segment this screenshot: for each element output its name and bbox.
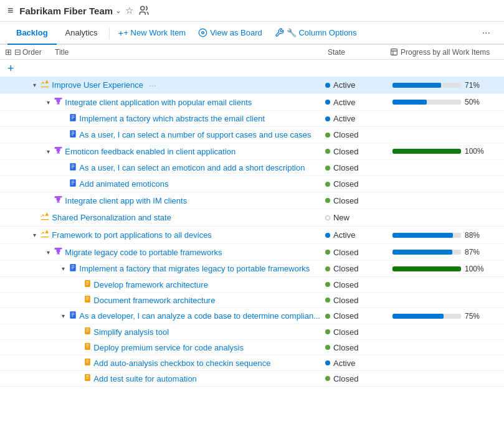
item-icon — [40, 229, 50, 241]
item-title-link[interactable]: Implement a factory which abstracts the … — [79, 114, 265, 123]
item-title-link[interactable]: Shared Personalization and state — [52, 213, 171, 222]
progress-bar-wrap — [392, 149, 461, 154]
expand-cell — [0, 176, 11, 192]
column-options-button[interactable]: 🔧 Column Options — [269, 23, 363, 42]
collapse-button[interactable]: ▾ — [59, 312, 67, 319]
table-row: ▾ Integrate client application with popu… — [0, 94, 504, 111]
item-title-link[interactable]: Integrate client application with popula… — [65, 98, 252, 107]
add-row-button[interactable]: + — [5, 62, 17, 75]
progress-cell-td — [390, 160, 504, 176]
state-label: Closed — [333, 264, 358, 273]
item-title-link[interactable]: Migrate legacy code to portable framewor… — [65, 248, 222, 257]
expand-cell — [0, 160, 11, 176]
state-label: Active — [333, 114, 355, 123]
collapse-button[interactable]: ▾ — [59, 265, 67, 272]
state-label: Closed — [333, 163, 358, 172]
team-chevron-icon[interactable]: ⌄ — [115, 6, 121, 15]
item-title-link[interactable]: Improve User Experience — [52, 80, 143, 90]
column-options-label: 🔧 Column Options — [287, 28, 357, 37]
wrench-icon — [275, 28, 284, 37]
state-cell: Closed — [323, 244, 390, 261]
state-cell: Closed — [323, 261, 390, 277]
tab-analytics[interactable]: Analytics — [57, 22, 107, 45]
collapse-button[interactable]: ▾ — [44, 99, 52, 106]
collapse-button[interactable]: ▾ — [44, 249, 52, 256]
plus-icon: + — [118, 27, 124, 38]
people-icon[interactable] — [138, 5, 150, 16]
item-title-link[interactable]: As a user, I can select a number of supp… — [79, 130, 311, 139]
table-row: Shared Personalization and state New — [0, 209, 504, 227]
progress-pct: 50% — [465, 98, 483, 106]
item-title-link[interactable]: Implement a factory that migrates legacy… — [79, 264, 310, 273]
minus-col-icon[interactable]: ⊟ — [14, 47, 21, 57]
menu-icon[interactable]: ≡ — [7, 5, 13, 16]
favorite-icon[interactable]: ☆ — [125, 5, 133, 16]
progress-cell: 75% — [392, 312, 502, 321]
row-more-button[interactable]: ··· — [149, 80, 156, 90]
expand-cell — [0, 127, 11, 143]
title-cell: As a user, I can select an emoticon and … — [23, 160, 323, 176]
collapse-button[interactable]: ▾ — [31, 82, 38, 88]
order-cell — [11, 277, 24, 293]
item-title-link[interactable]: Simplify analysis tool — [93, 327, 169, 337]
progress-pct: 100% — [465, 147, 484, 156]
order-cell — [11, 176, 24, 192]
title-cell: ▾ As a developer, I can analyze a code b… — [23, 308, 323, 324]
title-header: Title — [55, 48, 69, 57]
item-title-link[interactable]: Emoticon feedback enabled in client appl… — [65, 147, 235, 156]
expand-cell — [0, 244, 11, 261]
expand-cell — [0, 308, 11, 324]
progress-cell: 87% — [392, 248, 502, 256]
item-icon — [83, 358, 92, 368]
title-cell: ▾ Framework to port applications to all … — [23, 227, 323, 244]
item-title-link[interactable]: Add test suite for automation — [93, 374, 196, 383]
table-row: Integrate client app with IM clients Clo… — [0, 192, 504, 209]
order-cell — [11, 143, 24, 160]
state-cell: Closed — [323, 127, 390, 143]
item-title-link[interactable]: Add auto-analysis checkbox to checkin se… — [93, 359, 270, 368]
item-title-link[interactable]: Document framework architecture — [93, 296, 215, 305]
item-title-link[interactable]: Integrate client app with IM clients — [65, 196, 187, 205]
nav-more-button[interactable]: ··· — [476, 22, 497, 44]
state-cell: Closed — [323, 293, 390, 308]
progress-bar-wrap — [392, 314, 461, 319]
item-icon — [83, 327, 92, 337]
table-row: ▾ As a developer, I can analyze a code b… — [0, 308, 504, 324]
item-title-link[interactable]: Deploy premium service for code analysis — [93, 343, 244, 352]
tab-backlog[interactable]: Backlog — [7, 22, 57, 45]
view-as-board-label: View as Board — [210, 28, 262, 37]
progress-cell: 88% — [392, 231, 502, 240]
progress-cell-td — [390, 209, 504, 227]
progress-bar-wrap — [392, 233, 461, 238]
view-as-board-button[interactable]: View as Board — [192, 23, 269, 42]
progress-cell-td: 100% — [390, 261, 504, 277]
table-row: Document framework architecture Closed — [0, 293, 504, 308]
expand-cell — [0, 143, 11, 160]
item-icon — [83, 342, 92, 352]
state-dot — [325, 250, 330, 255]
title-cell: Shared Personalization and state — [23, 209, 323, 227]
state-dot — [325, 282, 330, 287]
progress-cell-td — [390, 355, 504, 371]
table-row: ▾ Emoticon feedback enabled in client ap… — [0, 143, 504, 160]
item-title-link[interactable]: Develop framework architecture — [93, 280, 208, 289]
item-title-link[interactable]: As a user, I can select an emoticon and … — [79, 163, 305, 172]
collapse-button[interactable]: ▾ — [44, 148, 52, 155]
collapse-button[interactable]: ▾ — [31, 232, 38, 238]
progress-pct: 87% — [465, 248, 483, 256]
expand-cell — [0, 324, 11, 340]
item-title-link[interactable]: Framework to port applications to all de… — [52, 230, 212, 240]
add-col-icon[interactable]: ⊞ — [5, 47, 12, 57]
expand-cell — [0, 209, 11, 227]
item-title-link[interactable]: Add animated emoticons — [79, 179, 168, 189]
item-title-link[interactable]: As a developer, I can analyze a code bas… — [79, 311, 320, 321]
new-work-item-button[interactable]: + + New Work Item — [112, 22, 193, 43]
progress-cell-td: 100% — [390, 143, 504, 160]
item-icon — [83, 279, 92, 289]
progress-cell: 100% — [392, 265, 502, 273]
progress-cell: 71% — [392, 81, 502, 90]
progress-bar-fill — [392, 233, 453, 238]
table-row: ▾ Improve User Experience ··· Active 71% — [0, 77, 504, 94]
expand-cell — [0, 77, 11, 94]
svg-rect-14 — [85, 359, 91, 365]
